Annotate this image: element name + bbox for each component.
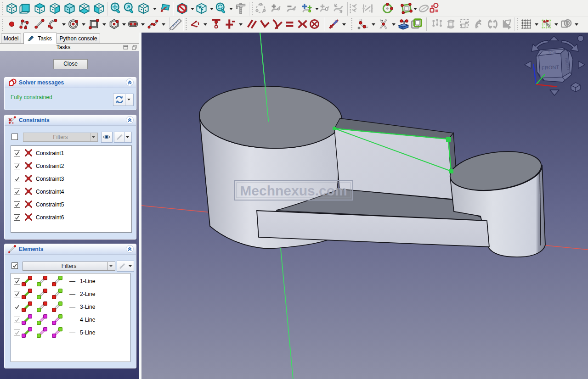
svg-text:Mechnexus.com: Mechnexus.com (240, 183, 347, 198)
svg-text:TOP: TOP (548, 50, 556, 56)
